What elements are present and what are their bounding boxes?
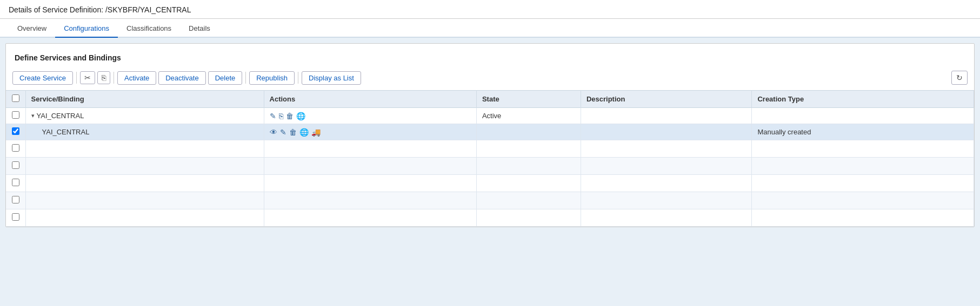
col-description: Description — [581, 91, 752, 108]
row4-creation-type-cell — [752, 158, 974, 175]
refresh-icon: ↻ — [956, 73, 963, 82]
paste-icon: ⎘ — [102, 73, 106, 82]
page-header: Details of Service Definition: /SKYBFR/Y… — [0, 0, 980, 19]
row1-actions: ✎ ⎘ 🗑 🌐 — [270, 112, 471, 120]
col-actions: Actions — [264, 91, 476, 108]
toolbar: Create Service ✂ ⎘ Activate Deactivate D… — [6, 67, 974, 90]
paste-icon-button[interactable]: ⎘ — [97, 71, 110, 84]
tab-classifications[interactable]: Classifications — [118, 19, 180, 38]
row1-edit-icon[interactable]: ✎ — [270, 112, 276, 120]
tab-details[interactable]: Details — [180, 19, 219, 38]
row1-name-cell: ▾ YAI_CENTRAL — [25, 108, 264, 124]
row6-checkbox-cell — [6, 192, 25, 209]
row7-description-cell — [581, 209, 752, 227]
row3-description-cell — [581, 140, 752, 158]
row2-creation-type-cell: Manually created — [752, 124, 974, 140]
row5-actions-cell — [264, 175, 476, 192]
row5-checkbox-cell — [6, 175, 25, 192]
separator-1 — [76, 72, 77, 84]
row2-creation-type-label: Manually created — [757, 128, 811, 136]
row4-checkbox[interactable] — [12, 161, 19, 169]
page-wrapper: Details of Service Definition: /SKYBFR/Y… — [0, 0, 980, 306]
table-row — [6, 175, 974, 192]
row3-name-cell — [25, 140, 264, 158]
col-state: State — [476, 91, 581, 108]
table-row — [6, 192, 974, 209]
row2-transport-icon[interactable]: 🚚 — [311, 128, 321, 137]
row2-delete-icon[interactable]: 🗑 — [289, 128, 297, 137]
row1-checkbox-cell — [6, 108, 25, 124]
row1-copy-icon[interactable]: ⎘ — [279, 112, 283, 120]
row1-creation-type-cell — [752, 108, 974, 124]
copy-icon-button[interactable]: ✂ — [80, 71, 95, 84]
row1-description-cell — [581, 108, 752, 124]
col-creation-type: Creation Type — [752, 91, 974, 108]
col-service-binding: Service/Binding — [25, 91, 264, 108]
row3-checkbox-cell — [6, 140, 25, 158]
row5-state-cell — [476, 175, 581, 192]
row2-checkbox[interactable] — [12, 127, 19, 135]
row4-state-cell — [476, 158, 581, 175]
delete-button[interactable]: Delete — [208, 71, 243, 85]
republish-button[interactable]: Republish — [249, 71, 295, 85]
row2-checkbox-cell — [6, 124, 25, 140]
table-container: Service/Binding Actions State Descriptio… — [6, 90, 974, 227]
row1-state-cell: Active — [476, 108, 581, 124]
row7-actions-cell — [264, 209, 476, 227]
row4-name-cell — [25, 158, 264, 175]
tab-configurations[interactable]: Configurations — [55, 19, 118, 38]
display-as-list-button[interactable]: Display as List — [302, 71, 361, 85]
row1-state-label: Active — [482, 112, 501, 120]
row5-name-cell — [25, 175, 264, 192]
row7-state-cell — [476, 209, 581, 227]
row1-name-label: YAI_CENTRAL — [37, 112, 84, 120]
create-service-button[interactable]: Create Service — [12, 71, 73, 85]
expand-chevron-icon[interactable]: ▾ — [31, 112, 35, 119]
row6-actions-cell — [264, 192, 476, 209]
row1-globe-icon[interactable]: 🌐 — [296, 112, 305, 120]
row3-actions-cell — [264, 140, 476, 158]
activate-button[interactable]: Activate — [117, 71, 156, 85]
refresh-button[interactable]: ↻ — [951, 71, 968, 85]
row7-creation-type-cell — [752, 209, 974, 227]
tab-overview[interactable]: Overview — [9, 19, 55, 38]
table-row — [6, 209, 974, 227]
separator-4 — [298, 72, 298, 84]
row7-checkbox-cell — [6, 209, 25, 227]
row4-actions-cell — [264, 158, 476, 175]
copy-icon: ✂ — [84, 73, 91, 82]
row7-name-cell — [25, 209, 264, 227]
row6-state-cell — [476, 192, 581, 209]
row3-state-cell — [476, 140, 581, 158]
row2-view-icon[interactable]: 👁 — [270, 128, 277, 137]
page-title: Details of Service Definition: /SKYBFR/Y… — [9, 5, 191, 14]
table-header-row: Service/Binding Actions State Descriptio… — [6, 91, 974, 108]
row6-checkbox[interactable] — [12, 196, 19, 203]
separator-3 — [245, 72, 246, 84]
row1-actions-cell: ✎ ⎘ 🗑 🌐 — [264, 108, 476, 124]
row2-name-label: YAI_CENTRAL — [42, 128, 90, 136]
row6-creation-type-cell — [752, 192, 974, 209]
tabs-bar: Overview Configurations Classifications … — [0, 19, 980, 38]
section-title: Define Services and Bindings — [6, 44, 974, 67]
row5-checkbox[interactable] — [12, 179, 19, 186]
row1-delete-icon[interactable]: 🗑 — [286, 112, 294, 120]
col-checkbox — [6, 91, 25, 108]
row2-description-cell — [581, 124, 752, 140]
row7-checkbox[interactable] — [12, 213, 19, 221]
row2-actions-cell: 👁 ✎ 🗑 🌐 🚚 — [264, 124, 476, 140]
row6-description-cell — [581, 192, 752, 209]
row4-checkbox-cell — [6, 158, 25, 175]
row3-checkbox[interactable] — [12, 144, 19, 152]
row1-checkbox[interactable] — [12, 111, 19, 119]
deactivate-button[interactable]: Deactivate — [158, 71, 205, 85]
row3-creation-type-cell — [752, 140, 974, 158]
select-all-checkbox[interactable] — [12, 94, 19, 102]
row5-description-cell — [581, 175, 752, 192]
row5-creation-type-cell — [752, 175, 974, 192]
row6-name-cell — [25, 192, 264, 209]
row2-edit-icon[interactable]: ✎ — [280, 128, 286, 137]
table-row: YAI_CENTRAL 👁 ✎ 🗑 🌐 🚚 — [6, 124, 974, 140]
row2-name-cell: YAI_CENTRAL — [25, 124, 264, 140]
row2-globe-icon[interactable]: 🌐 — [299, 128, 309, 137]
